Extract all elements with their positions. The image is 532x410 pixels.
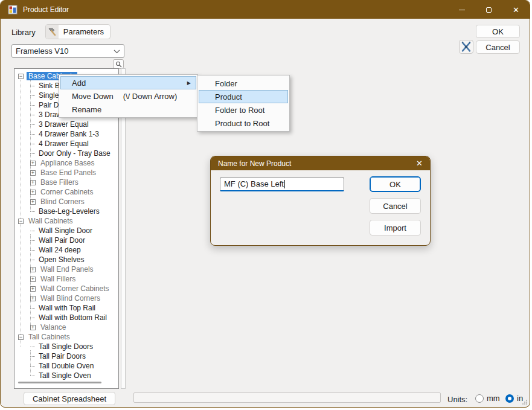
expand-icon[interactable]: + — [30, 277, 36, 282]
maximize-button[interactable] — [475, 1, 502, 19]
expand-icon[interactable]: + — [30, 161, 36, 166]
tree-connector — [30, 105, 35, 106]
tree-item-wall-pair-door[interactable]: Wall Pair Door — [14, 235, 118, 245]
expand-icon[interactable]: + — [30, 190, 36, 195]
menu-item-product-to-root[interactable]: Product to Root — [199, 117, 288, 130]
tree-item-4-drawer-bank-1-3[interactable]: 4 Drawer Bank 1-3 — [14, 129, 118, 139]
submenu-arrow-icon: ▶ — [187, 80, 191, 86]
expand-icon[interactable]: + — [30, 325, 36, 330]
tree-connector — [30, 211, 35, 212]
tree-item-wall-24-deep[interactable]: Wall 24 deep — [14, 245, 118, 255]
tree-item-wall-single-door[interactable]: Wall Single Door — [14, 226, 118, 235]
name-for-new-product-dialog: Name for New Product ✕ MF (C) Base Left … — [210, 156, 431, 246]
tree-item-door-only-tray-base[interactable]: Door Only - Tray Base — [14, 149, 118, 158]
dialog-cancel-button[interactable]: Cancel — [370, 198, 421, 214]
tree-connector — [30, 134, 35, 135]
tree-item-label: Tall Cabinets — [27, 333, 72, 341]
tree-item-wall-fillers[interactable]: +Wall Fillers — [14, 274, 118, 284]
tree-item-wall-end-panels[interactable]: +Wall End Panels — [14, 264, 118, 274]
tree-connector — [30, 260, 35, 260]
tree-item-3-drawer-equal[interactable]: 3 Drawer Equal — [14, 120, 118, 129]
tree-item-label: Tall Single Oven — [37, 371, 93, 380]
tree-item-wall-with-top-rail[interactable]: Wall with Top Rail — [14, 303, 118, 313]
text-caret — [284, 180, 285, 188]
tree-item-wall-cabinets[interactable]: −Wall Cabinets — [14, 216, 118, 226]
tree-item-blind-corners[interactable]: +Blind Corners — [14, 197, 118, 207]
expand-icon[interactable]: + — [30, 199, 36, 205]
tree-item-base-fillers[interactable]: +Base Fillers — [14, 178, 118, 187]
library-label: Library — [11, 28, 36, 37]
library-select[interactable]: Frameless V10 — [11, 44, 124, 58]
ok-button[interactable]: OK — [476, 25, 520, 38]
cancel-button[interactable]: Cancel — [476, 40, 520, 54]
tree-item-label: 4 Drawer Bank 1-3 — [37, 130, 101, 138]
tree-item-label: Blind Corners — [39, 197, 86, 206]
menu-item-folder[interactable]: Folder — [199, 77, 288, 90]
tree-item-4-drawer-equal[interactable]: 4 Drawer Equal — [14, 139, 118, 149]
dialog-close-button[interactable]: ✕ — [416, 159, 423, 168]
tree-connector — [30, 240, 35, 241]
close-button[interactable]: ✕ — [502, 1, 530, 19]
dialog-ok-button[interactable]: OK — [370, 176, 421, 192]
cabinet-spreadsheet-button[interactable]: Cabinet Spreadsheet — [24, 392, 115, 405]
titlebar: Product Editor ✕ — [1, 1, 530, 19]
tree-item-wall-with-bottom-rail[interactable]: Wall with Bottom Rail — [14, 313, 118, 322]
tree-item-label: Wall Corner Cabinets — [39, 284, 111, 293]
tree-item-corner-cabinets[interactable]: +Corner Cabinets — [14, 187, 118, 197]
tree-item-tall-pair-doors[interactable]: Tall Pair Doors — [14, 351, 118, 361]
expand-icon[interactable]: + — [30, 170, 36, 176]
menu-item-folder-to-root[interactable]: Folder to Root — [199, 103, 288, 117]
maximize-icon — [486, 7, 492, 13]
collapse-icon[interactable]: − — [18, 74, 24, 79]
menu-item-shortcut: (\/ Down Arrow) — [123, 92, 178, 101]
measure-tool-button[interactable] — [459, 40, 473, 54]
resize-grip-icon[interactable] — [522, 399, 528, 405]
tree-item-label: Corner Cabinets — [39, 188, 95, 196]
tree-item-label: Wall Single Door — [37, 226, 94, 235]
tree-item-valance[interactable]: +Valance — [14, 322, 118, 332]
search-icon — [115, 61, 122, 68]
tree-item-wall-corner-cabinets[interactable]: +Wall Corner Cabinets — [14, 284, 118, 293]
tree-item-label: Wall Blind Corners — [39, 294, 102, 303]
expand-icon[interactable]: + — [30, 267, 36, 272]
tree-item-label: Base End Panels — [39, 168, 98, 177]
minimize-icon — [459, 10, 465, 10]
tree-item-label: Door Only - Tray Base — [37, 149, 112, 158]
menu-item-add[interactable]: Add▶ — [60, 76, 196, 89]
tree-item-wall-blind-corners[interactable]: +Wall Blind Corners — [14, 293, 118, 303]
menu-item-label: Folder to Root — [215, 106, 264, 115]
expand-icon[interactable]: + — [30, 296, 36, 301]
dialog-titlebar: Name for New Product ✕ — [211, 156, 430, 170]
tree-connector — [30, 347, 35, 347]
dialog-import-button[interactable]: Import — [370, 220, 421, 235]
hammer-icon — [46, 25, 59, 39]
tree-item-label: Open Shelves — [37, 255, 86, 264]
tree-item-base-end-panels[interactable]: +Base End Panels — [14, 168, 118, 178]
app-icon — [8, 5, 18, 14]
tree-item-label: Wall with Top Rail — [37, 304, 97, 312]
tree-item-tall-double-oven[interactable]: Tall Double Oven — [14, 361, 118, 371]
minimize-button[interactable] — [448, 1, 475, 19]
collapse-icon[interactable]: − — [18, 335, 24, 340]
unit-mm-radio[interactable]: mm — [475, 394, 500, 403]
product-editor-window: Product Editor ✕ Library Parameters Fram… — [0, 0, 530, 408]
menu-item-rename[interactable]: Rename — [60, 103, 196, 116]
collapse-icon[interactable]: − — [18, 219, 24, 224]
tree-item-tall-cabinets[interactable]: −Tall Cabinets — [14, 332, 118, 342]
menu-item-move-down[interactable]: Move Down(\/ Down Arrow) — [60, 89, 196, 103]
progress-bar — [133, 392, 441, 403]
tree-item-base-leg-levelers[interactable]: Base-Leg-Levelers — [14, 207, 118, 216]
expand-icon[interactable]: + — [30, 286, 36, 292]
tree-item-tall-single-doors[interactable]: Tall Single Doors — [14, 342, 118, 351]
product-name-input[interactable]: MF (C) Base Left — [220, 177, 344, 191]
search-button[interactable] — [113, 59, 124, 69]
tree-item-open-shelves[interactable]: Open Shelves — [14, 255, 118, 264]
unit-in-radio[interactable]: in — [505, 394, 523, 403]
menu-item-product[interactable]: Product — [199, 90, 288, 103]
tree-item-label: Tall Double Oven — [37, 362, 95, 370]
expand-icon[interactable]: + — [30, 180, 36, 185]
horizontal-scrollbar-thumb[interactable] — [18, 382, 101, 383]
parameters-button[interactable]: Parameters — [45, 24, 111, 39]
tree-item-tall-single-oven[interactable]: Tall Single Oven — [14, 371, 118, 380]
tree-item-appliance-bases[interactable]: +Appliance Bases — [14, 158, 118, 168]
